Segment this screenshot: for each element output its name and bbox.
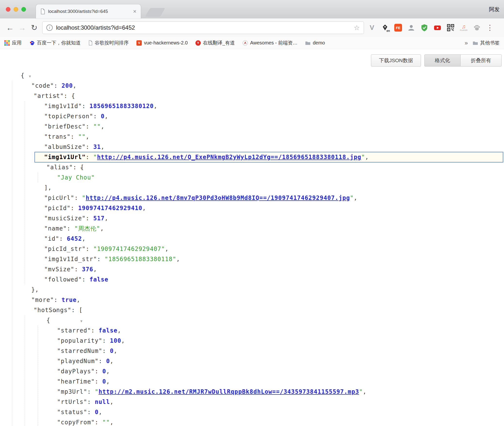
json-token: :	[99, 358, 106, 365]
other-bookmarks-label: 其他书签	[480, 40, 500, 46]
download-json-button[interactable]: 下载JSON数据	[371, 54, 421, 67]
json-token: "trans"	[44, 133, 71, 140]
json-token: ,	[73, 82, 77, 89]
json-url-link[interactable]: http://p4.music.126.net/8mv7qP30Pd3oHW8b…	[86, 195, 350, 201]
new-tab-button[interactable]	[145, 8, 165, 17]
json-token: "19097417462929407"	[93, 246, 165, 252]
json-token: "topicPerson"	[44, 113, 93, 120]
shield-extension-icon[interactable]	[420, 24, 428, 32]
collapse-triangle-icon[interactable]: ▼	[80, 319, 83, 323]
format-button[interactable]: 格式化	[424, 54, 461, 67]
bookmark-google-sort[interactable]: 谷歌按时间排序	[88, 40, 129, 46]
apps-grid-icon	[4, 40, 10, 46]
json-token: :	[95, 368, 102, 375]
paw-extension-icon[interactable]	[473, 24, 481, 32]
vimium-extension-icon[interactable]: V	[368, 24, 376, 32]
json-token: :	[82, 276, 90, 283]
json-token: "picId_str"	[44, 246, 86, 252]
json-token: {	[21, 72, 25, 79]
json-token: 376	[82, 266, 93, 273]
json-line: "followed": false	[0, 274, 504, 285]
json-token: 0	[102, 378, 106, 385]
bookmark-star-icon[interactable]: ☆	[354, 24, 360, 32]
json-token: ,	[110, 358, 114, 365]
json-token: ,	[142, 205, 146, 212]
person-extension-icon[interactable]	[407, 24, 415, 32]
json-line: "img1v1Url": "http://p4.music.126.net/Q_…	[0, 152, 504, 162]
bookmark-vue-hackernews[interactable]: V vue-hackernews-2.0	[136, 40, 188, 46]
bookmarks-overflow-chevron[interactable]: »	[465, 40, 468, 46]
tab-close-icon[interactable]: ×	[133, 9, 136, 14]
person-icon	[407, 24, 415, 32]
bookmarks-bar: 应用 百度一下，你就知道 谷歌按时间排序 V vue-hackernews-2.…	[0, 37, 504, 49]
json-token: "picUrl"	[44, 195, 74, 201]
json-token: "playedNum"	[57, 358, 99, 365]
json-line: "img1v1Id_str": "18569651883380118",	[0, 254, 504, 264]
json-token: "starred"	[57, 327, 91, 334]
json-line: "topicPerson": 0,	[0, 111, 504, 121]
json-token: 18569651883380120	[90, 103, 154, 110]
json-token: ,	[154, 103, 158, 110]
format-collapse-button-group: 格式化 折叠所有	[424, 54, 502, 67]
apps-shortcut[interactable]: 应用	[4, 40, 22, 46]
translate-extension-icon[interactable]: en	[381, 24, 389, 32]
json-token: "copyFrom"	[57, 419, 95, 426]
fe-extension-icon[interactable]: FE	[394, 24, 402, 32]
qr-code-extension-icon[interactable]	[446, 24, 455, 32]
folder-icon	[305, 41, 311, 45]
bookmark-demo-folder[interactable]: demo	[305, 40, 325, 46]
json-token: ,	[100, 225, 104, 232]
json-token: ,	[86, 133, 90, 140]
bookmark-baidu[interactable]: 百度一下，你就知道	[29, 40, 81, 46]
music-note-icon: ♫	[462, 24, 466, 29]
back-button[interactable]: ←	[4, 23, 16, 32]
json-viewer: ▼{"code": 200,▼"artist": {"img1v1Id": 18…	[0, 70, 504, 426]
profile-name[interactable]: 阿发	[489, 6, 500, 13]
json-token: "hearTime"	[57, 378, 95, 385]
qr-code-icon	[447, 24, 454, 31]
browser-menu-icon[interactable]: ⋮	[486, 24, 494, 32]
reload-button[interactable]: ↻	[28, 23, 40, 32]
bookmark-youdao[interactable]: Y 在线翻译_有道	[195, 40, 235, 46]
json-url-link[interactable]: http://p4.music.126.net/Q_ExePNkmgB2yWyL…	[97, 154, 361, 161]
json-token: "	[361, 154, 365, 161]
json-token: "rtUrls"	[57, 399, 87, 405]
collapse-all-button[interactable]: 折叠所有	[461, 54, 502, 67]
json-token: 6452	[67, 235, 82, 242]
collapse-triangle-icon[interactable]: ▼	[29, 74, 31, 78]
forward-button[interactable]: →	[16, 23, 28, 32]
json-token: :	[86, 246, 93, 252]
json-token: 0	[106, 358, 110, 365]
json-token: ,	[165, 246, 169, 252]
address-bar[interactable]: i localhost:3000/artists?id=6452 ☆	[42, 21, 364, 34]
json-token: :	[71, 133, 78, 140]
json-token: "name"	[44, 225, 67, 232]
json-token: :	[87, 388, 95, 395]
browser-tab[interactable]: localhost:3000/artists?id=645 ×	[36, 4, 141, 18]
json-token: 100	[110, 337, 121, 344]
zoom-window-button[interactable]	[21, 7, 26, 12]
youtube-extension-icon[interactable]	[433, 24, 442, 32]
player-extension-icon[interactable]: ♫ PLAYER	[460, 24, 468, 32]
other-bookmarks-folder[interactable]: 其他书签	[473, 40, 500, 46]
bookmark-label: 百度一下，你就知道	[37, 40, 81, 46]
json-token: :	[86, 154, 93, 161]
json-line: "Jay Chou"	[0, 172, 504, 183]
json-url-link[interactable]: http://m2.music.126.net/RMJR7wDullRqppBk…	[99, 388, 359, 395]
json-token: "Jay Chou"	[57, 174, 95, 181]
json-line: "picUrl": "http://p4.music.126.net/8mv7q…	[0, 193, 504, 203]
json-line: "briefDesc": "",	[0, 121, 504, 132]
json-line: "hearTime": 0,	[0, 376, 504, 387]
json-line: "picId_str": "19097417462929407",	[0, 244, 504, 254]
bookmark-awesomes[interactable]: A Awesomes - 前端资…	[243, 40, 297, 46]
close-window-button[interactable]	[6, 7, 10, 12]
json-token: :	[95, 378, 102, 385]
json-token: :	[102, 337, 110, 344]
page-favicon-icon	[40, 9, 45, 14]
json-token: "hotSongs"	[34, 307, 72, 314]
site-info-icon[interactable]: i	[46, 25, 53, 31]
json-token: "alias"	[47, 164, 73, 171]
json-line: "starred": false,	[0, 325, 504, 336]
minimize-window-button[interactable]	[14, 7, 18, 12]
json-token: :	[86, 144, 93, 150]
